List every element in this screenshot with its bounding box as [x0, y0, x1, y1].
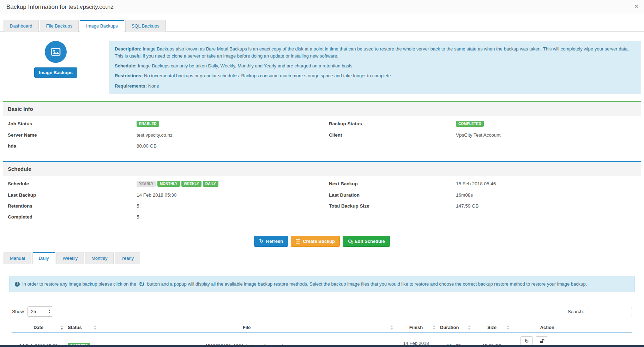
info-circle-icon: [15, 282, 20, 287]
schedule-line: Schedule: Image Backups can only be take…: [115, 62, 635, 70]
schedule-body: Schedule YEARLYMONTHLYWEEKLYDAILY Next B…: [3, 176, 641, 225]
page-size-select[interactable]: 25: [27, 306, 53, 317]
backup-list-tabs: Manual Daily Weekly Monthly Yearly: [3, 252, 641, 264]
last-backup-value: 14 Feb 2018 05:30: [137, 192, 329, 198]
basic-info-section: Basic Info Job Status ENABLED Backup Sta…: [3, 101, 641, 154]
show-label: Show: [12, 309, 24, 314]
status-badge: ENABLED: [137, 121, 159, 127]
refresh-button[interactable]: ↻ Refresh: [254, 236, 288, 247]
restrictions-line: Restrictions: No incremental backups or …: [115, 72, 635, 79]
tab-weekly[interactable]: Weekly: [56, 252, 84, 264]
info-row: Completed 5: [3, 211, 641, 222]
tab-daily[interactable]: Daily: [32, 252, 55, 264]
gears-icon: ⚙⚙: [348, 239, 352, 244]
column-header-status[interactable]: Status: [65, 323, 98, 333]
refresh-icon: ↻: [259, 239, 264, 244]
modal-header: Backup Information for test.vpscity.co.n…: [0, 0, 644, 14]
tab-dashboard[interactable]: Dashboard: [4, 20, 39, 32]
schedule-section: Schedule Schedule YEARLYMONTHLYWEEKLYDAI…: [3, 161, 641, 225]
schedule-badge-monthly: MONTHLY: [157, 181, 180, 187]
last-duration-label: Last Duration: [329, 192, 456, 198]
select-stepper-icon: [48, 310, 50, 313]
sort-icon[interactable]: [468, 325, 471, 330]
info-row: hda 80.00 GB: [3, 140, 641, 151]
restore-backup-button[interactable]: ↻: [520, 336, 533, 346]
schedule-label: Schedule:: [115, 63, 137, 68]
job-status-value: ENABLED: [137, 121, 329, 127]
daily-backups-panel: In order to restore any image backup ple…: [3, 264, 641, 347]
close-icon[interactable]: ×: [634, 3, 638, 10]
restore-refresh-icon: ↻: [139, 281, 145, 288]
column-header-duration[interactable]: Duration: [437, 323, 473, 333]
bottom-bar: [0, 345, 644, 347]
search-label: Search:: [567, 309, 584, 314]
tab-manual[interactable]: Manual: [4, 252, 31, 264]
info-row: Server Name test.vpscity.co.nz Client Vp…: [3, 130, 641, 140]
schedule-badges: YEARLYMONTHLYWEEKLYDAILY: [137, 181, 329, 187]
client-label: Client: [329, 132, 456, 138]
schedule-badge-daily: DAILY: [203, 181, 218, 187]
edit-schedule-button[interactable]: ⚙⚙ Edit Schedule: [343, 236, 390, 247]
create-backup-button[interactable]: Create Backup: [291, 236, 340, 247]
completed-value: 5: [137, 214, 329, 220]
unlock-backup-button[interactable]: [536, 336, 548, 346]
completed-label: Completed: [8, 214, 137, 220]
image-backups-label-button[interactable]: Image Backups: [34, 67, 77, 78]
info-row: Retentions 5 Total Backup Size 147.59 GB: [3, 201, 641, 211]
intro-row: Image Backups Description: Image Backups…: [3, 41, 641, 94]
restore-alert-text-after: button and a popup will display all the …: [147, 281, 587, 287]
requirements-text: None: [147, 83, 159, 89]
basic-info-body: Job Status ENABLED Backup Status COMPLET…: [3, 116, 641, 154]
sort-icon[interactable]: [507, 325, 510, 330]
retentions-label: Retentions: [8, 203, 137, 209]
tab-file-backups[interactable]: File Backups: [40, 20, 79, 32]
column-header-file[interactable]: File: [98, 323, 395, 333]
action-buttons-row: ↻ Refresh Create Backup ⚙⚙ Edit Schedule: [0, 236, 644, 247]
table-header-row: Date Status File Finish Duration Size Ac…: [12, 323, 632, 333]
image-backups-icon-block: Image Backups: [3, 41, 109, 94]
last-duration-value: 16m08s: [456, 192, 636, 198]
schedule-heading: Schedule: [3, 162, 641, 176]
search-input[interactable]: [587, 307, 632, 316]
restore-alert-text-before: In order to restore any image backup ple…: [22, 281, 136, 287]
tab-image-backups[interactable]: Image Backups: [80, 20, 124, 32]
description-box: Description: Image Backups also known as…: [109, 41, 641, 94]
restore-icon: ↻: [525, 339, 529, 343]
description-text: Image Backups also known as Bare Metal B…: [115, 46, 629, 59]
schedule-badge-yearly: YEARLY: [137, 181, 156, 187]
table-controls-row: Show 25 Search:: [12, 306, 632, 317]
hda-value: 80.00 GB: [137, 143, 329, 149]
sort-icon[interactable]: [433, 325, 435, 330]
job-status-label: Job Status: [8, 121, 137, 126]
client-value: VpsCity Test Account: [456, 132, 636, 138]
tab-sql-backups[interactable]: SQL Backups: [125, 20, 166, 32]
sort-icon[interactable]: [390, 325, 393, 330]
total-backup-size-label: Total Backup Size: [329, 203, 456, 209]
create-backup-button-label: Create Backup: [303, 239, 335, 244]
tab-yearly[interactable]: Yearly: [115, 252, 140, 264]
image-icon: [50, 46, 61, 58]
restore-info-alert: In order to restore any image backup ple…: [9, 276, 635, 292]
sort-icon[interactable]: [60, 325, 63, 330]
schedule-badge-weekly: WEEKLY: [181, 181, 201, 187]
column-header-size[interactable]: Size: [473, 323, 511, 333]
restrictions-label: Restrictions:: [115, 73, 143, 78]
column-header-finish[interactable]: Finish: [395, 323, 437, 333]
plus-square-icon: [296, 239, 300, 244]
page-title: Backup Information for test.vpscity.co.n…: [6, 4, 114, 11]
column-header-date[interactable]: Date: [12, 323, 65, 333]
sort-icon[interactable]: [94, 325, 97, 330]
description-line: Description: Image Backups also known as…: [115, 46, 635, 60]
backup-list-tabs-wrap: Manual Daily Weekly Monthly Yearly In or…: [3, 252, 641, 347]
restrictions-text: No incremental backups or granular sched…: [143, 73, 392, 78]
edit-schedule-button-label: Edit Schedule: [355, 239, 385, 244]
next-backup-label: Next Backup: [329, 181, 456, 186]
backup-status-value: COMPLETED: [456, 121, 636, 127]
hda-label: hda: [8, 143, 137, 149]
tab-monthly[interactable]: Monthly: [85, 252, 114, 264]
image-backups-icon: [45, 41, 67, 63]
info-row: Schedule YEARLYMONTHLYWEEKLYDAILY Next B…: [3, 178, 641, 190]
requirements-line: Requirements: None: [115, 83, 635, 90]
server-name-value: test.vpscity.co.nz: [137, 132, 329, 138]
status-badge: COMPLETED: [456, 121, 484, 127]
